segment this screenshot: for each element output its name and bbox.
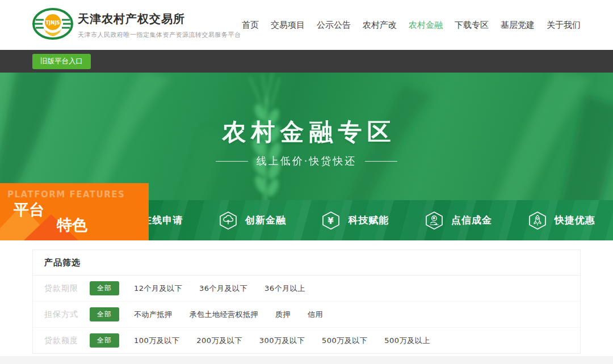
banner-title: 农村金融专区 — [0, 116, 613, 148]
cloud-upload-icon — [219, 211, 238, 230]
footer-strip — [0, 356, 613, 364]
rocket-icon — [528, 211, 547, 230]
nav-item-home[interactable]: 首页 — [242, 20, 259, 31]
feature-item-label: 点信成金 — [451, 214, 492, 227]
dark-strip: 旧版平台入口 — [0, 50, 613, 73]
site-title: 天津农村产权交易所 — [78, 11, 241, 27]
feature-item-label: 科技赋能 — [348, 214, 389, 227]
filter-option[interactable]: 36个月以上 — [264, 283, 305, 294]
feature-item-fast-discount[interactable]: 快捷优惠 — [510, 200, 613, 240]
nav-item-party-building[interactable]: 基层党建 — [501, 20, 535, 31]
banner-subtitle: 线上低价·快贷快还 — [257, 154, 357, 168]
coin-hand-icon: ¥ — [425, 211, 444, 230]
nav-item-downloads[interactable]: 下载专区 — [455, 20, 489, 31]
feature-item-innovative-finance[interactable]: 创新金融 — [201, 200, 304, 240]
filter-row-loan-term: 贷款期限 全部 12个月及以下 36个月及以下 36个月以上 — [33, 276, 580, 302]
feature-bar: 在线申请 创新金融 ¥ 科技赋能 ¥ — [98, 200, 613, 240]
filter-all-button[interactable]: 全部 — [90, 307, 119, 321]
feature-item-tech-empowerment[interactable]: ¥ 科技赋能 — [304, 200, 407, 240]
subtitle-left-rule — [216, 161, 248, 162]
svg-text:¥: ¥ — [328, 215, 334, 226]
nav-item-rural-reform[interactable]: 农村产改 — [363, 20, 397, 31]
filter-label: 担保方式 — [44, 310, 85, 320]
filter-option[interactable]: 不动产抵押 — [134, 310, 173, 320]
main-nav: 首页 交易项目 公示公告 农村产改 农村金融 下载专区 基层党建 关于我们 — [242, 20, 581, 31]
filter-option[interactable]: 质押 — [275, 310, 291, 320]
filter-option[interactable]: 500万及以上 — [384, 336, 430, 346]
filter-row-loan-amount: 贷款额度 全部 100万及以下 200万及以下 300万及以下 500万及以下 … — [33, 328, 580, 353]
filter-option[interactable]: 信用 — [308, 310, 323, 320]
nav-item-announcements[interactable]: 公示公告 — [317, 20, 351, 31]
feature-item-credit-to-gold[interactable]: ¥ 点信成金 — [407, 200, 510, 240]
feature-item-label: 快捷优惠 — [555, 214, 595, 227]
platform-features-title-line2: 特色 — [57, 216, 149, 234]
nav-item-about-us[interactable]: 关于我们 — [547, 20, 581, 31]
site-logo-icon: TJNJS — [32, 7, 73, 43]
filter-option[interactable]: 12个月及以下 — [134, 283, 182, 294]
old-platform-entry-button[interactable]: 旧版平台入口 — [32, 54, 91, 69]
banner-subtitle-row: 线上低价·快贷快还 — [0, 154, 613, 168]
filter-option[interactable]: 100万及以下 — [134, 336, 179, 346]
filter-card-title: 产品筛选 — [33, 250, 580, 276]
filter-label: 贷款期限 — [44, 283, 85, 294]
subtitle-right-rule — [365, 161, 397, 162]
svg-text:¥: ¥ — [433, 216, 436, 221]
nav-item-trade-projects[interactable]: 交易项目 — [271, 20, 305, 31]
filter-option[interactable]: 500万及以下 — [322, 336, 367, 346]
product-filter-card: 产品筛选 贷款期限 全部 12个月及以下 36个月及以下 36个月以上 担保方式… — [32, 249, 581, 354]
feature-item-label: 创新金融 — [245, 214, 286, 227]
platform-features-block: PLATFORM FEATURES 平台 特色 — [0, 183, 149, 240]
filter-option[interactable]: 承包土地经营权抵押 — [190, 310, 259, 320]
filter-row-guarantee-method: 担保方式 全部 不动产抵押 承包土地经营权抵押 质押 信用 — [33, 302, 580, 328]
filter-all-button[interactable]: 全部 — [90, 333, 119, 348]
hero-banner: 农村金融专区 线上低价·快贷快还 PLATFORM FEATURES 平台 特色… — [0, 73, 613, 240]
yuan-icon: ¥ — [321, 211, 341, 230]
nav-item-rural-finance[interactable]: 农村金融 — [409, 20, 443, 31]
site-subtitle: 天津市人民政府唯一指定集体资产资源流转交易服务平台 — [78, 31, 241, 39]
filter-label: 贷款额度 — [44, 336, 85, 346]
filter-all-button[interactable]: 全部 — [90, 281, 119, 295]
platform-features-eyebrow: PLATFORM FEATURES — [7, 189, 149, 200]
logo-badge-text: TJNJS — [45, 20, 60, 26]
filter-option[interactable]: 36个月及以下 — [199, 283, 247, 294]
header: TJNJS 天津农村产权交易所 天津市人民政府唯一指定集体资产资源流转交易服务平… — [0, 0, 613, 50]
filter-option[interactable]: 300万及以下 — [259, 336, 305, 346]
filter-option[interactable]: 200万及以下 — [196, 336, 242, 346]
